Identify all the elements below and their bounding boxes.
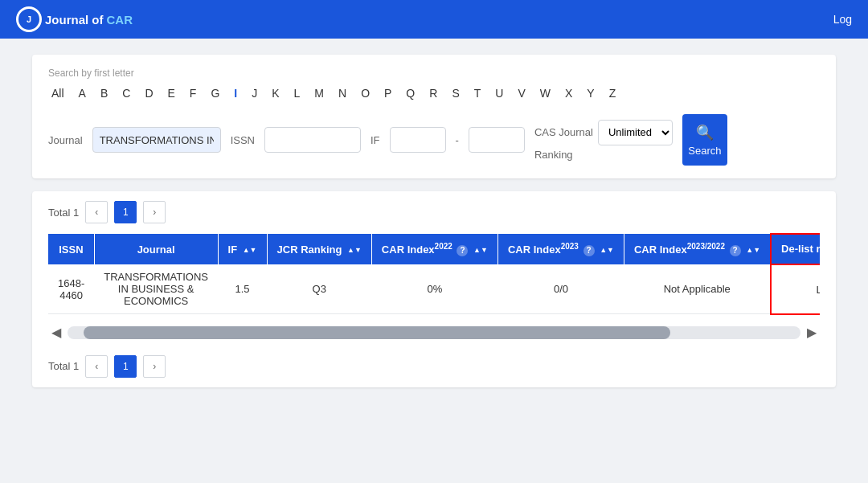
bottom-page-1-btn[interactable]: 1 [114, 355, 137, 378]
alpha-label: Search by first letter [48, 68, 820, 79]
logo-circle: J [16, 6, 42, 32]
table-row: 1648-4460TRANSFORMATIONS IN BUSINESS & E… [48, 264, 820, 314]
col-journal: Journal [94, 234, 218, 264]
alpha-R[interactable]: R [426, 85, 440, 101]
header: J Journal of CAR Log [0, 0, 868, 39]
cell-jcr: Q3 [267, 264, 371, 314]
col-if: IF ▲▼ [218, 234, 267, 264]
ranking-label: Ranking [534, 149, 573, 161]
alpha-O[interactable]: O [358, 85, 373, 101]
alpha-C[interactable]: C [119, 85, 133, 101]
cell-car2023: 0/0 [497, 264, 624, 314]
car2022-info-icon[interactable]: ? [457, 245, 468, 256]
cas-select[interactable]: Unlimited Q1 Q2 Q3 Q4 [598, 120, 673, 145]
alpha-J[interactable]: J [248, 85, 260, 101]
alpha-W[interactable]: W [537, 85, 554, 101]
alphabet-bar: AllABCDEFGIJKLMNOPQRSTUVWXYZ [48, 85, 820, 101]
alpha-D[interactable]: D [141, 85, 156, 101]
journal-label: Journal [48, 134, 83, 146]
results-table: ISSN Journal IF ▲▼ JCR Ranking ▲▼ CAR In… [48, 233, 820, 315]
cell-car20232022: Not Applicable [624, 264, 771, 314]
if-to-input[interactable] [469, 127, 525, 153]
scroll-right-arrow[interactable]: ▶ [804, 325, 820, 340]
cas-row: CAS Journal Unlimited Q1 Q2 Q3 Q4 [534, 120, 673, 145]
scrollbar-thumb[interactable] [84, 326, 670, 339]
scrollbar-track[interactable] [68, 326, 800, 339]
alpha-U[interactable]: U [492, 85, 506, 101]
cas-label: CAS Journal [534, 126, 593, 138]
logo: J Journal of CAR [16, 6, 133, 32]
alpha-V[interactable]: V [514, 85, 528, 101]
bottom-next-page-btn[interactable]: › [143, 355, 166, 378]
bottom-total-label: Total 1 [48, 360, 79, 372]
login-button[interactable]: Log [833, 13, 852, 26]
alpha-S[interactable]: S [448, 85, 462, 101]
car20232022-sort-icon[interactable]: ▲▼ [746, 247, 760, 254]
alpha-M[interactable]: M [311, 85, 327, 101]
alpha-All[interactable]: All [48, 85, 68, 101]
car2023-info-icon[interactable]: ? [583, 245, 595, 256]
col-car2023: CAR Index2023 ? ▲▼ [497, 234, 624, 264]
alpha-X[interactable]: X [562, 85, 575, 101]
total-label: Total 1 [48, 207, 79, 219]
if-label: IF [371, 134, 380, 146]
alpha-B[interactable]: B [97, 85, 111, 101]
logo-circle-text: J [27, 14, 31, 24]
search-card: Search by first letter AllABCDEFGIJKLMNO… [32, 55, 836, 178]
col-issn: ISSN [48, 234, 94, 264]
main-content: Search by first letter AllABCDEFGIJKLMNO… [0, 39, 868, 403]
bottom-prev-page-btn[interactable]: ‹ [85, 355, 108, 378]
alpha-K[interactable]: K [268, 85, 282, 101]
car2022-sort-icon[interactable]: ▲▼ [473, 247, 488, 254]
issn-input[interactable] [264, 127, 361, 153]
alpha-Y[interactable]: Y [583, 85, 597, 101]
jcr-sort-icon[interactable]: ▲▼ [347, 247, 362, 254]
car2023-sort-icon[interactable]: ▲▼ [600, 247, 614, 254]
alpha-Z[interactable]: Z [606, 85, 620, 101]
alpha-N[interactable]: N [335, 85, 350, 101]
issn-label: ISSN [231, 134, 255, 146]
alpha-Q[interactable]: Q [403, 85, 418, 101]
col-jcr: JCR Ranking ▲▼ [267, 234, 371, 264]
alpha-A[interactable]: A [76, 85, 89, 101]
search-btn-label: Search [688, 145, 721, 157]
search-icon: 🔍 [696, 124, 714, 141]
cell-if: 1.5 [218, 264, 267, 314]
alpha-L[interactable]: L [291, 85, 304, 101]
prev-page-btn[interactable]: ‹ [85, 201, 108, 223]
alpha-F[interactable]: F [186, 85, 200, 101]
next-page-btn[interactable]: › [143, 201, 166, 223]
if-from-input[interactable] [390, 127, 446, 153]
scroll-left-arrow[interactable]: ◀ [48, 325, 64, 340]
alpha-P[interactable]: P [381, 85, 395, 101]
cell-car2022: 0% [371, 264, 497, 314]
cell-delist: Low [771, 264, 820, 314]
col-car2022: CAR Index2022 ? ▲▼ [371, 234, 497, 264]
col-car20232022: CAR Index2023/2022 ? ▲▼ [624, 234, 771, 264]
table-header-row: ISSN Journal IF ▲▼ JCR Ranking ▲▼ CAR In… [48, 234, 820, 264]
alpha-G[interactable]: G [207, 85, 223, 101]
search-button[interactable]: 🔍 Search [682, 114, 727, 166]
journal-input[interactable] [92, 127, 221, 153]
cas-group: CAS Journal Unlimited Q1 Q2 Q3 Q4 Rankin… [534, 120, 673, 161]
page-1-btn[interactable]: 1 [114, 201, 137, 223]
cell-issn: 1648-4460 [48, 264, 94, 314]
alpha-T[interactable]: T [471, 85, 485, 101]
if-sort-icon[interactable]: ▲▼ [243, 247, 257, 254]
alpha-E[interactable]: E [165, 85, 178, 101]
car20232022-info-icon[interactable]: ? [730, 245, 741, 256]
col-delist: De-list risk ? ▲▼ [771, 234, 820, 264]
cell-journal: TRANSFORMATIONS IN BUSINESS & ECONOMICS [94, 264, 218, 314]
logo-text-white: Journal of [45, 13, 104, 27]
top-pagination: Total 1 ‹ 1 › [48, 201, 820, 223]
bottom-pagination: Total 1 ‹ 1 › [48, 355, 820, 378]
logo-text-highlight: CAR [107, 13, 133, 27]
results-card: Total 1 ‹ 1 › ISSN Journal IF ▲▼ JCR Ran… [32, 191, 836, 387]
if-dash: - [456, 134, 459, 146]
table-wrapper: ISSN Journal IF ▲▼ JCR Ranking ▲▼ CAR In… [48, 233, 820, 315]
filter-row: Journal ISSN IF - CAS Journal Unlimited … [48, 114, 820, 166]
alpha-I[interactable]: I [231, 85, 240, 101]
scroll-area: ◀ ▶ [48, 320, 820, 346]
